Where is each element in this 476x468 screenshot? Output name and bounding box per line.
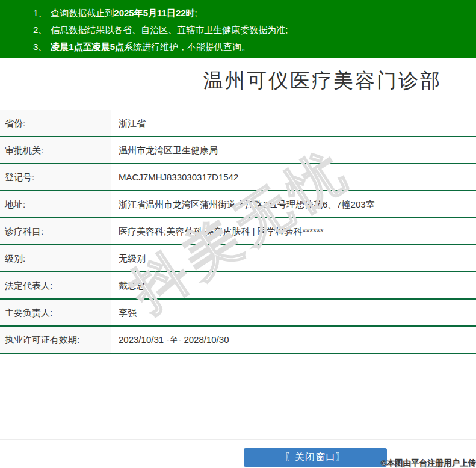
close-window-button[interactable]: 〖关闭窗口〗 [244,448,387,467]
platform-upload-note: ©本图由平台注册用户上传 [381,458,476,468]
footer-bar: 〖关闭窗口〗 ©本图由平台注册用户上传 [0,439,476,468]
notice-number: 2、 [33,25,47,35]
table-row-province: 省份: 浙江省 [0,110,476,137]
row-label: 地址: [0,191,111,217]
notice-text: 系统进行维护，不能提供查询。 [124,42,250,52]
row-label: 诊疗科目: [0,218,111,244]
table-row-approval-authority: 审批机关: 温州市龙湾区卫生健康局 [0,137,476,164]
row-label: 级别: [0,245,111,271]
row-value: 医疗美容科;美容外科;美容皮肤科 | 医学检验科****** [111,218,476,244]
row-value: 李强 [111,300,476,325]
notice-text-bold: 凌晨1点至凌晨5点 [51,42,124,52]
row-label: 执业许可证有效期: [0,327,111,353]
notice-text: 信息数据结果以各省、自治区、直辖市卫生健康委数据为准; [51,25,288,35]
page-title: 温州可仪医疗美容门诊部 [203,67,442,94]
table-row-level: 级别: 无级别 [0,245,476,272]
notice-line-1: 1、查询数据截止到2025年5月11日22时; [33,5,476,22]
notice-text-bold: 2025年5月11日22时 [114,8,194,18]
table-row-registration-number: 登记号: MACJ7MHJ833030317D1542 [0,164,476,191]
notice-line-2: 2、信息数据结果以各省、自治区、直辖市卫生健康委数据为准; [33,22,476,38]
row-value: MACJ7MHJ833030317D1542 [111,164,476,190]
row-value: 无级别 [111,245,476,271]
notice-line-3: 3、凌晨1点至凌晨5点系统进行维护，不能提供查询。 [33,38,476,55]
row-value: 浙江省 [111,110,476,136]
notice-banner: 1、查询数据截止到2025年5月11日22时; 2、信息数据结果以各省、自治区、… [0,0,476,58]
row-label: 法定代表人: [0,272,111,298]
notice-text: 查询数据截止到 [51,8,114,18]
row-label: 审批机关: [0,137,111,163]
notice-number: 3、 [33,42,47,52]
table-row-medical-subjects: 诊疗科目: 医疗美容科;美容外科;美容皮肤科 | 医学检验科****** [0,218,476,245]
table-row-license-validity: 执业许可证有效期: 2023/10/31 -至- 2028/10/30 [0,327,476,354]
row-value: 浙江省温州市龙湾区蒲州街道上江路211号理想佳苑6、7幢203室 [111,191,476,217]
notice-number: 1、 [33,8,47,18]
row-label: 省份: [0,110,111,136]
row-value: 2023/10/31 -至- 2028/10/30 [111,327,476,353]
institution-info-table: 省份: 浙江省 审批机关: 温州市龙湾区卫生健康局 登记号: MACJ7MHJ8… [0,110,476,354]
row-label: 登记号: [0,164,111,190]
row-value: 戴思思 [111,272,476,298]
query-result-page: 1、查询数据截止到2025年5月11日22时; 2、信息数据结果以各省、自治区、… [0,0,476,468]
table-row-address: 地址: 浙江省温州市龙湾区蒲州街道上江路211号理想佳苑6、7幢203室 [0,191,476,218]
row-value: 温州市龙湾区卫生健康局 [111,137,476,163]
table-row-legal-representative: 法定代表人: 戴思思 [0,272,476,300]
content-bottom-space [0,354,476,439]
table-row-person-in-charge: 主要负责人: 李强 [0,300,476,327]
notice-text: ; [195,8,197,18]
row-label: 主要负责人: [0,300,111,325]
